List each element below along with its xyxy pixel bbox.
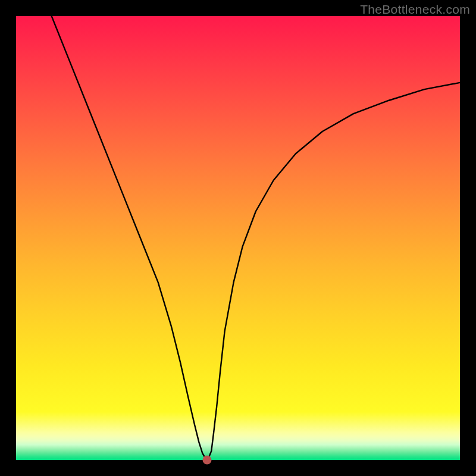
chart-stage: TheBottleneck.com — [0, 0, 476, 476]
watermark: TheBottleneck.com — [360, 2, 470, 17]
plot-area — [16, 16, 460, 460]
optimal-point-marker — [202, 456, 211, 465]
bottleneck-curve — [16, 16, 460, 460]
